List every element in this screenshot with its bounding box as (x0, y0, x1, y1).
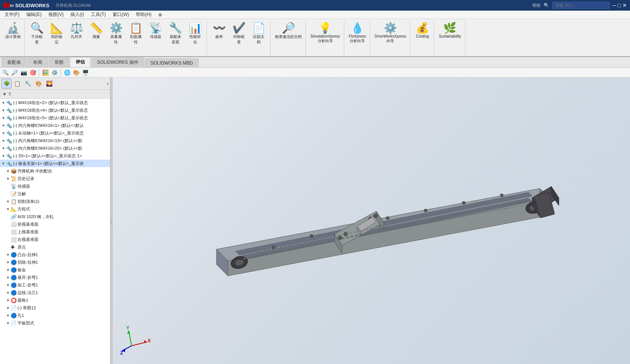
panel-icon-feature-tree[interactable]: 🌳 (2, 79, 11, 89)
tree-item-25[interactable]: ▼ 🔵 边线-法兰1 (0, 289, 110, 296)
measure-button[interactable]: 📏 测量 (86, 21, 106, 55)
toolbar-zoom-icon[interactable]: 🔎 (11, 69, 18, 76)
tree-item-12[interactable]: 📝 注解 (0, 190, 110, 198)
measure-icon: 📏 (90, 23, 103, 33)
title-bar: DS SOLIDWORKS 升降机构.SLDASM 帮助 🔍 ─ □ ✕ (0, 0, 630, 11)
tree-item-19[interactable]: ✚ 原点 (0, 243, 110, 251)
tree-item-8[interactable]: ▼ 🔩 (-) 钣金支架<1> (默认<<默认>_显示状 (0, 160, 110, 167)
maximize-button[interactable]: □ (618, 2, 621, 8)
sensor-button[interactable]: 📡 传感器 (146, 21, 165, 55)
tree-item-9[interactable]: ▼ 📦 升降机构 中的配合 (0, 167, 110, 175)
plane-icon: ⬜ (11, 222, 18, 227)
toolbar-globe-icon[interactable]: 🌐 (63, 69, 71, 76)
toolbar-monitor-icon[interactable]: 🖥️ (81, 69, 89, 76)
tree-item-15[interactable]: 🔗 AISI 1020 钢，冷轧 (0, 213, 110, 220)
toolbar-search-icon[interactable]: 🔍 (2, 69, 9, 76)
hole-align-button[interactable]: ⚖️ 孔对齐 (67, 21, 86, 55)
curvature-button[interactable]: 〰️ 曲率 (209, 21, 229, 55)
check-active-button[interactable]: 🔎 检查激活的文档 (273, 21, 304, 55)
perf-eval-button[interactable]: 📊 性能评估 (185, 21, 205, 55)
tab-layout[interactable]: 布局 (27, 57, 48, 67)
floxpress-button[interactable]: 💧 FloXpress分析向导 (347, 21, 368, 55)
tab-sw-addins[interactable]: SOLIDWORKS 插件 (91, 57, 144, 67)
menu-edit[interactable]: 编辑(E) (23, 11, 45, 19)
simxpress-button[interactable]: 💡 SimulationXpress分析向导 (308, 21, 342, 55)
driveworks-button[interactable]: ⚙️ DriveWorksXpress向导 (372, 21, 409, 55)
tree-item-0[interactable]: ▼ 🔩 (-) M4X16组合<2> (默认<默认_显示状态 (0, 99, 110, 106)
tree-item-23[interactable]: ▼ 🔵 展开-折弯1 (0, 274, 110, 281)
tab-sw-mbd[interactable]: SOLIDWORKS MBD (145, 59, 199, 67)
symmetry-check-button[interactable]: ✔️ 对称检查 (229, 21, 249, 55)
sustainability-icon: 🌿 (443, 23, 457, 33)
svg-text:Y: Y (126, 325, 129, 331)
close-button[interactable]: ✕ (622, 2, 627, 8)
tree-item-6[interactable]: ▼ 🔩 (-) 内六角螺钉M4X16<20> (默认<<默 (0, 144, 110, 152)
toolbar-palette-icon[interactable]: 🎨 (72, 69, 80, 76)
help-label[interactable]: 帮助 (532, 3, 541, 8)
menu-help[interactable]: 帮助(H) (133, 11, 154, 19)
minimize-button[interactable]: ─ (612, 2, 616, 8)
design-study-label: 设计算例 (5, 34, 21, 40)
assembly-visual-button[interactable]: 🔧 装配体直观 (165, 21, 185, 55)
menu-tools[interactable]: 工具(T) (88, 11, 109, 19)
tree-item-7[interactable]: ▼ 🔩 (-) 20<1> (默认<<默认>_显示状态 1> (0, 152, 110, 160)
title-search-input[interactable] (552, 2, 609, 9)
tree-item-21[interactable]: ▼ 🔵 切除-拉伸1 (0, 258, 110, 266)
item-label: (-) M4X16组合<5> (默认<默认_显示状态 (13, 115, 88, 121)
compare-doc-button[interactable]: 📄 比较文档 (249, 21, 269, 55)
tree-item-14[interactable]: ▼ 📐 方程式 (0, 205, 110, 213)
mass-props-button[interactable]: ⚙️ 质量属性 (106, 21, 126, 55)
tree-item-1[interactable]: ▼ 🔩 (-) M4X16组合<4> (默认<默认_显示状态 (0, 106, 110, 114)
toolbar-target-icon[interactable]: 🎯 (29, 69, 37, 76)
tree-item-20[interactable]: ▼ 🔵 凸台-拉伸1 (0, 251, 110, 258)
panel-icon-config[interactable]: 🔧 (23, 79, 33, 89)
tree-item-4[interactable]: ▼ 🔩 (-) 从动轴<1> (默认<<默认>_显示状态 (0, 129, 110, 137)
toolbar-inspect-icon[interactable]: 📷 (20, 69, 27, 76)
tree-item-13[interactable]: ▼ 📋 切割清单(1) (0, 198, 110, 205)
panel-expand-arrow[interactable]: › (107, 81, 108, 86)
part-icon: 🔩 (6, 161, 13, 166)
clearance-verify-button[interactable]: 📐 间距验证 (47, 21, 67, 55)
interference-check-button[interactable]: 🔍 干涉检查 (27, 21, 47, 55)
tree-item-5[interactable]: ▼ 🔩 (-) 内六角螺钉M4X16<19> (默认<<默 (0, 137, 110, 144)
menu-file[interactable]: 文件(F) (2, 11, 22, 19)
tree-item-27[interactable]: ▼ 📄 (-) 草图12 (0, 304, 110, 312)
menu-window[interactable]: 窗口(W) (110, 11, 132, 19)
svg-point-19 (374, 214, 377, 218)
panel-icon-properties[interactable]: 📋 (12, 79, 22, 89)
panel-icon-appearance[interactable]: 🎨 (33, 79, 43, 89)
toolbar-frame-icon[interactable]: 🖼️ (41, 69, 49, 76)
tab-assembly[interactable]: 装配体 (2, 57, 27, 67)
menu-insert[interactable]: 插入(I) (67, 11, 87, 19)
expand-icon: ▼ (6, 306, 11, 310)
ribbon-group-check: 🔎 检查激活的文档 (271, 21, 306, 56)
expand-icon (6, 222, 11, 226)
3d-viewport[interactable]: X Y Z (113, 78, 630, 364)
tree-item-10[interactable]: ▼ 📜 历史记录 (0, 175, 110, 182)
tree-item-22[interactable]: ▼ 🔵 钣金 (0, 266, 110, 274)
toolbar-gear-icon[interactable]: ⚙️ (51, 69, 58, 76)
sustainability-button[interactable]: 🌿 Sustainability (436, 21, 463, 55)
symmetry-label: 对称检查 (233, 34, 245, 45)
tree-item-16[interactable]: ⬜ 前视基准面 (0, 220, 110, 228)
tree-item-26[interactable]: ▼ ⭕ 圆角1 (0, 296, 110, 304)
tree-item-17[interactable]: ⬜ 上视基准面 (0, 228, 110, 236)
tree-item-24[interactable]: ▼ 🔵 加工-折弯1 (0, 281, 110, 289)
section-props-button[interactable]: 📋 剖面属性 (126, 21, 146, 55)
tree-item-18[interactable]: ⬜ 右视基准面 (0, 236, 110, 243)
panel-icon-scenes[interactable]: 🌄 (44, 79, 54, 89)
costing-button[interactable]: 💰 Costing (412, 21, 432, 55)
tree-item-11[interactable]: 📡 传感器 (0, 182, 110, 190)
search-icon: 🔍 (544, 3, 549, 8)
item-label: 上视基准面 (18, 229, 38, 235)
coord-axis-svg: X Y Z (120, 325, 151, 355)
menu-pin[interactable]: ⊕ (155, 11, 165, 18)
tree-item-3[interactable]: ▼ 🔩 (-) 内六角螺钉M4X16<1> (默认<<默认 (0, 122, 110, 129)
menu-view[interactable]: 视图(V) (45, 11, 67, 19)
tree-item-2[interactable]: ▼ 🔩 (-) M4X16组合<5> (默认<默认_显示状态 (0, 114, 110, 122)
tree-item-28[interactable]: ▼ 🔵 孔1 (0, 312, 110, 319)
design-study-button[interactable]: 🔬 设计算例 (3, 21, 23, 55)
tab-evaluate[interactable]: 评估 (70, 57, 91, 67)
tree-item-29[interactable]: ▼ 📄 平板型式 (0, 319, 110, 327)
tab-sketch[interactable]: 草图 (49, 57, 69, 67)
